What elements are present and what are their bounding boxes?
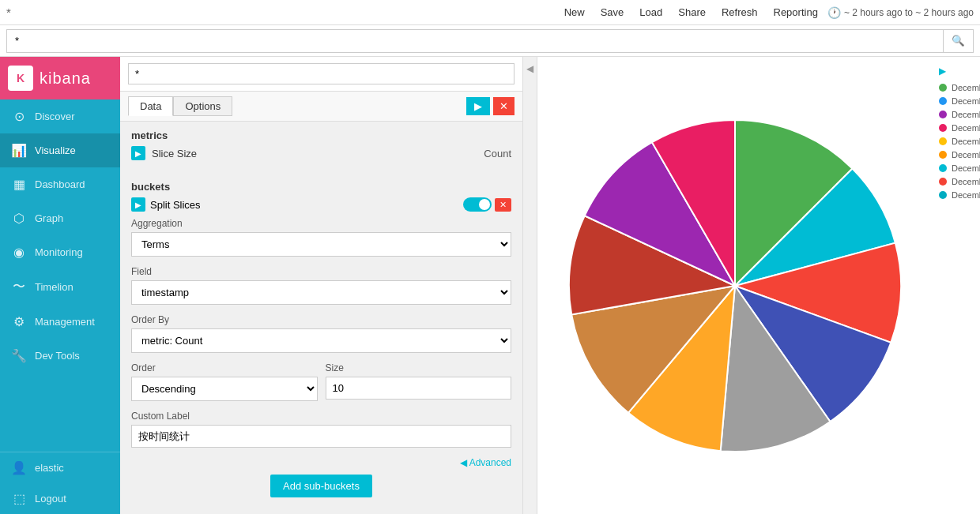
legend-item[interactable]: December 8th 2016, ... xyxy=(939,110,980,119)
legend-dot xyxy=(939,191,947,199)
legend-label: December 8th 2016, ... xyxy=(952,110,980,119)
buckets-label: buckets xyxy=(131,181,511,193)
panel-search xyxy=(120,57,522,92)
kibana-logo-text: kibana xyxy=(40,69,91,88)
legend-area: ▶ December 8th 2016, ... December 8th 20… xyxy=(933,57,980,514)
bucket-item-header: ▶ Split Slices ✕ xyxy=(131,197,511,212)
user-icon: 👤 xyxy=(11,460,27,475)
sidebar-item-timelion[interactable]: 〜 Timelion xyxy=(0,269,120,305)
custom-label-input[interactable] xyxy=(131,425,511,448)
legend-item[interactable]: December 8th 2016, ... xyxy=(939,190,980,200)
load-button[interactable]: Load xyxy=(633,3,669,21)
aggregation-select[interactable]: Terms Date Histogram Histogram Range xyxy=(131,232,511,257)
order-by-select[interactable]: metric: Count metric: Sum xyxy=(131,328,511,353)
sidebar-label-devtools: Dev Tools xyxy=(35,350,80,362)
legend-label: December 8th 2016, ... xyxy=(952,83,980,92)
share-button[interactable]: Share xyxy=(672,3,712,21)
legend-dot xyxy=(939,137,947,145)
aggregation-label: Aggregation xyxy=(131,218,511,229)
legend-item[interactable]: December 8th 2016, ... xyxy=(939,83,980,92)
panel-area: Data Options ▶ ✕ metrics ▶ Slice Size Co… xyxy=(120,57,523,514)
sidebar-item-management[interactable]: ⚙ Management xyxy=(0,305,120,339)
sidebar-item-discover[interactable]: ⊙ Discover xyxy=(0,99,120,133)
order-by-label: Order By xyxy=(131,314,511,325)
legend-item[interactable]: December 8th 2016, ... xyxy=(939,163,980,173)
chart-collapse[interactable]: ◀ xyxy=(523,57,537,514)
time-range-label: ~ 2 hours ago to ~ 2 hours ago xyxy=(844,7,974,18)
legend-label: December 8th 2016, ... xyxy=(952,190,980,200)
top-bar: * New Save Load Share Refresh Reporting … xyxy=(0,0,980,25)
legend-label: December 8th 2016, ... xyxy=(952,96,980,106)
panel-toolbar: Data Options ▶ ✕ xyxy=(120,92,522,122)
field-select[interactable]: timestamp @timestamp host xyxy=(131,280,511,305)
sidebar-item-visualize[interactable]: 📊 Visualize xyxy=(0,133,120,167)
legend-toggle[interactable]: ▶ xyxy=(939,66,946,77)
aggregation-group: Aggregation Terms Date Histogram Histogr… xyxy=(131,218,511,257)
sidebar-label-dashboard: Dashboard xyxy=(35,178,85,190)
refresh-button[interactable]: Refresh xyxy=(715,3,764,21)
play-button[interactable]: ▶ xyxy=(466,97,490,115)
bucket-delete-button[interactable]: ✕ xyxy=(495,198,511,212)
size-input[interactable] xyxy=(326,377,512,400)
discover-icon: ⊙ xyxy=(11,109,27,124)
sidebar-item-devtools[interactable]: 🔧 Dev Tools xyxy=(0,339,120,373)
panel-tabs: Data Options xyxy=(128,96,232,116)
legend-label: December 8th 2016, ... xyxy=(952,163,980,173)
sidebar-label-discover: Discover xyxy=(35,111,75,122)
advanced-link[interactable]: Advanced xyxy=(131,457,511,468)
sidebar-label-monitoring: Monitoring xyxy=(35,246,83,258)
slice-size-label: Slice Size xyxy=(152,148,197,159)
legend-item[interactable]: December 8th 2016, ... xyxy=(939,150,980,159)
legend-item[interactable]: December 8th 2016, ... xyxy=(939,96,980,106)
legend-dot xyxy=(939,178,947,186)
sidebar-bottom: 👤 elastic ⬚ Logout xyxy=(0,452,120,514)
sidebar-label-visualize: Visualize xyxy=(35,144,76,156)
reporting-button[interactable]: Reporting xyxy=(767,3,824,21)
field-group: Field timestamp @timestamp host xyxy=(131,266,511,305)
legend-item[interactable]: December 8th 2016, ... xyxy=(939,177,980,186)
sidebar-item-user[interactable]: 👤 elastic xyxy=(0,452,120,483)
add-sub-buckets-button[interactable]: Add sub-buckets xyxy=(270,475,372,497)
collapse-icon: ◀ xyxy=(526,63,533,74)
bucket-expand-icon: ▶ xyxy=(131,197,145,212)
sidebar-label-user: elastic xyxy=(35,462,64,474)
new-button[interactable]: New xyxy=(558,3,591,21)
legend-dot xyxy=(939,97,947,105)
custom-label-label: Custom Label xyxy=(131,411,511,422)
sidebar-item-monitoring[interactable]: ◉ Monitoring xyxy=(0,235,120,269)
order-by-group: Order By metric: Count metric: Sum xyxy=(131,314,511,353)
sidebar-label-management: Management xyxy=(35,316,95,328)
panel-search-input[interactable] xyxy=(128,63,514,84)
close-button[interactable]: ✕ xyxy=(493,97,514,115)
legend-item[interactable]: December 8th 2016, ... xyxy=(939,137,980,146)
toggle-knob xyxy=(479,199,490,210)
dashboard-icon: ▦ xyxy=(11,177,27,192)
devtools-icon: 🔧 xyxy=(11,348,27,363)
legend-dot xyxy=(939,124,947,132)
bucket-toggle[interactable] xyxy=(463,197,492,212)
legend-dot xyxy=(939,84,947,92)
metric-row: ▶ Slice Size Count xyxy=(131,146,511,160)
sidebar-item-graph[interactable]: ⬡ Graph xyxy=(0,201,120,235)
order-col: Order Descending Ascending xyxy=(131,362,318,401)
sidebar-item-dashboard[interactable]: ▦ Dashboard xyxy=(0,167,120,201)
legend-dot xyxy=(939,164,947,172)
order-size-row: Order Descending Ascending Size xyxy=(131,362,511,401)
global-search-input[interactable] xyxy=(6,29,943,53)
legend-label: December 8th 2016, ... xyxy=(952,137,980,146)
panel-tab-actions: ▶ ✕ xyxy=(466,97,514,115)
tab-data[interactable]: Data xyxy=(128,96,173,116)
save-button[interactable]: Save xyxy=(594,3,631,21)
search-icon: 🔍 xyxy=(952,35,965,47)
order-select[interactable]: Descending Ascending xyxy=(131,377,318,401)
legend-dot xyxy=(939,151,947,159)
tab-options[interactable]: Options xyxy=(173,96,232,116)
legend-item[interactable]: December 8th 2016, ... xyxy=(939,123,980,133)
global-search-button[interactable]: 🔍 xyxy=(943,29,974,53)
order-label: Order xyxy=(131,362,318,373)
pie-chart xyxy=(553,104,917,467)
metrics-label: metrics xyxy=(131,129,511,141)
sidebar-label-logout: Logout xyxy=(35,493,66,505)
legend-label: December 8th 2016, ... xyxy=(952,150,980,159)
sidebar-item-logout[interactable]: ⬚ Logout xyxy=(0,483,120,514)
